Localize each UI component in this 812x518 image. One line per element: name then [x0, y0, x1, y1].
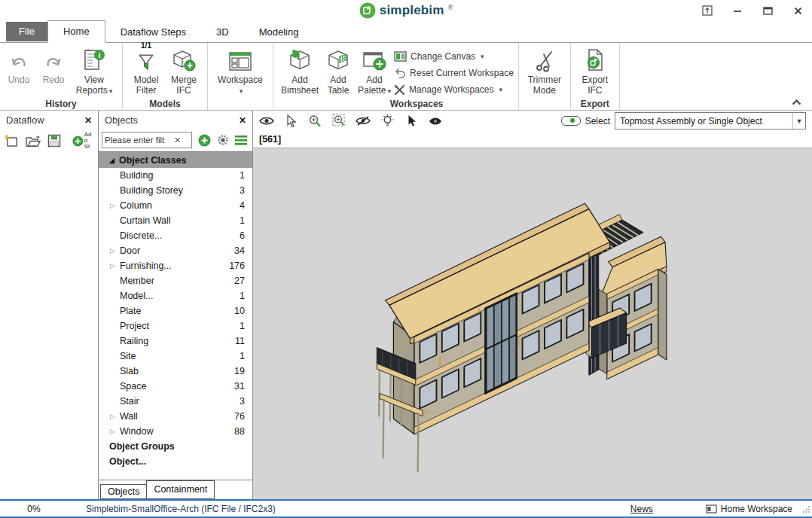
tree-item-building[interactable]: Building1	[99, 168, 252, 183]
tree-item-column[interactable]: ▷Column4	[99, 198, 252, 213]
dropdown-caret-icon: ▾	[481, 53, 484, 60]
expand-icon[interactable]: ▷	[110, 202, 120, 209]
dataflow-close-icon[interactable]: ✕	[84, 115, 92, 126]
tree-item-plate[interactable]: Plate10	[99, 303, 252, 318]
tree-item-space[interactable]: Space31	[99, 379, 252, 394]
tree-item-furnishing[interactable]: ▷Furnishing...176	[99, 258, 252, 273]
save-dataflow-button[interactable]	[47, 134, 61, 148]
select-cursor-icon[interactable]	[283, 114, 298, 129]
tree-root-object-classes[interactable]: ◢ Object Classes	[99, 152, 252, 168]
filter-settings-gear-icon[interactable]	[217, 134, 229, 146]
objects-close-icon[interactable]: ✕	[239, 115, 246, 126]
trimmer-mode-icon	[533, 48, 556, 72]
workspaces-stack: Change Canvas ▾ Reset Current Workspace …	[394, 46, 514, 96]
expand-icon[interactable]: ▷	[110, 247, 120, 254]
maximize-button[interactable]	[761, 4, 774, 17]
change-canvas-button[interactable]: Change Canvas ▾	[394, 50, 514, 63]
ribbon-group-models: 1/1 Model Filter Merge IFC Models	[123, 43, 208, 110]
minimize-button[interactable]	[731, 4, 744, 17]
tree-item-curtain-wall[interactable]: Curtain Wall1	[99, 213, 252, 228]
add-bimsheet-button[interactable]: X Add Bimsheet	[278, 46, 322, 96]
tree-item-building-storey[interactable]: Building Storey3	[99, 183, 252, 198]
select-toggle[interactable]	[561, 116, 581, 126]
hide-objects-icon[interactable]	[356, 114, 371, 129]
workspace-button[interactable]: Workspace▾	[212, 46, 268, 96]
panel-tab-containment[interactable]: Containment	[146, 480, 215, 499]
model-filter-button[interactable]: 1/1 Model Filter	[127, 46, 165, 96]
selection-count-row: [561]	[253, 131, 812, 148]
objects-filter-input[interactable]	[105, 136, 174, 145]
tab-file[interactable]: File	[6, 22, 47, 41]
tab-3d[interactable]: 3D	[201, 22, 244, 42]
highlight-bulb-icon[interactable]	[380, 114, 395, 129]
tree-item-project[interactable]: Project1	[99, 318, 252, 334]
dropdown-caret-icon: ▾	[387, 87, 391, 95]
expand-icon[interactable]: ▷	[110, 413, 120, 420]
new-dataflow-button[interactable]	[5, 134, 19, 148]
workspace-icon	[227, 48, 253, 72]
selection-mode-controls: Select Topmost Assembly or Single Object…	[561, 112, 806, 130]
window-controls	[701, 0, 804, 21]
zoom-in-icon[interactable]	[307, 114, 322, 129]
model-canvas[interactable]	[253, 148, 812, 499]
add-step-button[interactable]: Add St	[72, 132, 93, 150]
tab-modeling[interactable]: Modeling	[244, 22, 314, 42]
ribbon-group-workspace: Workspace▾	[208, 43, 273, 110]
tab-dataflow-steps[interactable]: Dataflow Steps	[105, 22, 201, 42]
tree-item-door[interactable]: ▷Door34	[99, 243, 252, 258]
tree-item-window[interactable]: ▷Window88	[99, 424, 252, 439]
objects-menu-icon[interactable]	[235, 136, 247, 145]
tree-item-slab[interactable]: Slab19	[99, 364, 252, 379]
workspace-icon	[706, 504, 717, 513]
merge-ifc-button[interactable]: Merge IFC	[165, 46, 203, 96]
tree-item-wall[interactable]: ▷Wall76	[99, 409, 252, 424]
expand-icon[interactable]: ▷	[110, 262, 120, 270]
app-title: simplebim	[380, 3, 444, 18]
isolate-eye-icon[interactable]	[428, 114, 443, 129]
ribbon-position-icon[interactable]	[701, 4, 714, 17]
add-filter-button[interactable]	[198, 134, 211, 147]
tree-root-object[interactable]: Object...	[99, 454, 252, 469]
export-ifc-button[interactable]: Export IFC	[575, 46, 615, 96]
show-all-eye-icon[interactable]	[259, 114, 274, 129]
svg-text:i: i	[98, 50, 100, 59]
tree-item-model[interactable]: Model...1	[99, 288, 252, 303]
redo-icon	[42, 48, 65, 72]
open-dataflow-button[interactable]	[26, 135, 41, 148]
group-label-workspaces: Workspaces	[371, 99, 462, 109]
pick-cursor-icon[interactable]	[404, 114, 419, 129]
view-reports-button[interactable]: i View Reports▾	[71, 46, 118, 96]
resize-grip[interactable]	[803, 505, 810, 513]
trimmer-mode-button[interactable]: Trimmer Mode	[524, 46, 566, 96]
objects-panel: Objects ✕ ✕ ◢ Object Classes Building1 B…	[99, 111, 253, 499]
reset-current-workspace-button[interactable]: Reset Current Workspace	[394, 66, 514, 80]
expand-icon[interactable]: ▷	[110, 428, 120, 435]
add-palette-button[interactable]: Add Palette▾	[355, 46, 394, 96]
tree-item-discrete[interactable]: Discrete...6	[99, 228, 252, 243]
manage-workspaces-button[interactable]: Manage Workspaces ▾	[394, 83, 514, 96]
objects-panel-title: Objects	[105, 114, 138, 126]
undo-button[interactable]: Undo	[2, 46, 36, 96]
dataflow-panel-header: Dataflow ✕	[0, 111, 98, 130]
ribbon-group-export: Export IFC Export	[571, 43, 620, 110]
dataflow-toolbar: Add St	[0, 130, 98, 152]
objects-filter-row: ✕	[99, 130, 252, 151]
tree-item-stair[interactable]: Stair3	[99, 394, 252, 409]
selection-mode-dropdown[interactable]: Topmost Assembly or Single Object ▼	[615, 112, 806, 130]
close-button[interactable]	[791, 4, 804, 17]
change-canvas-icon	[394, 51, 407, 62]
zoom-window-icon[interactable]	[331, 114, 346, 129]
collapse-ribbon-icon[interactable]	[792, 99, 801, 105]
redo-button[interactable]: Redo	[36, 46, 71, 96]
clear-filter-icon[interactable]: ✕	[174, 136, 181, 145]
selection-count-label: [561]	[259, 134, 281, 145]
news-link[interactable]: News	[630, 504, 653, 514]
tree-item-member[interactable]: Member27	[99, 273, 252, 288]
panel-tab-objects[interactable]: Objects	[100, 484, 146, 499]
workspace-indicator[interactable]: Home Workspace	[706, 504, 792, 514]
tab-home[interactable]: Home	[47, 20, 105, 43]
add-table-button[interactable]: Add Table	[322, 46, 355, 96]
tree-root-object-groups[interactable]: Object Groups	[99, 439, 252, 454]
tree-item-site[interactable]: Site1	[99, 349, 252, 364]
tree-item-railing[interactable]: Railing11	[99, 334, 252, 349]
